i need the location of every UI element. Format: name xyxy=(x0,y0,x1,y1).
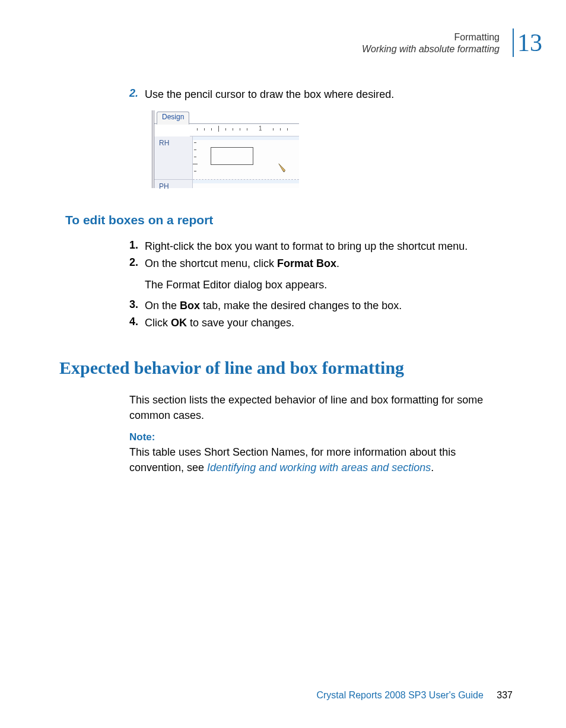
breadcrumb-sub: Working with absolute formatting xyxy=(362,44,500,55)
step-bold: Format Box xyxy=(277,257,336,269)
step-row-1: 1. Right-click the box you want to forma… xyxy=(65,239,513,254)
chapter-badge: 13 xyxy=(513,28,542,57)
step-suffix: . xyxy=(336,257,339,269)
intro-step-row: 2. Use the pencil cursor to draw the box… xyxy=(65,87,513,102)
step-prefix: Click xyxy=(145,317,171,329)
step-prefix: On the shortcut menu, click xyxy=(145,257,277,269)
behavior-intro: This section lists the expected behavior… xyxy=(129,392,513,423)
chapter-number: 13 xyxy=(517,30,542,55)
section-row-ph: PH xyxy=(154,180,299,188)
step-number: 2. xyxy=(129,87,145,102)
step-text: Use the pencil cursor to draw the box wh… xyxy=(145,87,513,102)
page-content: 2. Use the pencil cursor to draw the box… xyxy=(0,55,566,476)
step-number: 2. xyxy=(129,256,145,271)
breadcrumb-top: Formatting xyxy=(362,32,500,43)
design-tab-screenshot: Design 1 RH xyxy=(152,110,299,188)
step-suffix: to save your changes. xyxy=(187,317,294,329)
section-band xyxy=(193,180,299,183)
step-bold: Box xyxy=(180,300,200,311)
section-row-rh: RH xyxy=(154,136,299,180)
drawn-box xyxy=(211,147,253,165)
footer-page-number: 337 xyxy=(497,690,513,700)
note-label: Note: xyxy=(129,431,513,443)
chapter-divider xyxy=(513,28,514,57)
step-suffix: tab, make the desired changes to the box… xyxy=(200,300,402,311)
note-body: This table uses Short Section Names, for… xyxy=(129,444,513,475)
ruler-1-label: 1 xyxy=(259,125,262,132)
step-number: 1. xyxy=(129,239,145,254)
note-suffix: . xyxy=(431,462,434,473)
note-link[interactable]: Identifying and working with areas and s… xyxy=(207,462,431,473)
tab-bar: Design xyxy=(154,110,299,124)
design-tab: Design xyxy=(157,112,189,125)
step-text: Click OK to save your changes. xyxy=(145,316,513,330)
step-prefix: On the xyxy=(145,300,180,311)
section-body-rh xyxy=(193,136,299,180)
section-label-ph: PH xyxy=(154,180,193,188)
section-label-rh: RH xyxy=(154,136,193,180)
header-text-block: Formatting Working with absolute formatt… xyxy=(362,32,500,55)
section-title-expected-behavior: Expected behavior of line and box format… xyxy=(59,358,513,378)
step-row-3: 3. On the Box tab, make the desired chan… xyxy=(65,298,513,313)
footer-guide-title: Crystal Reports 2008 SP3 User's Guide xyxy=(316,690,483,700)
subsection-title-edit-boxes: To edit boxes on a report xyxy=(65,213,513,227)
step-text: Right-click the box you want to format t… xyxy=(145,239,513,254)
section-band xyxy=(193,136,299,140)
page-header: Formatting Working with absolute formatt… xyxy=(0,0,566,55)
step-bold: OK xyxy=(171,317,187,329)
section-body-ph xyxy=(193,180,299,188)
step-row-4: 4. Click OK to save your changes. xyxy=(65,316,513,330)
step-row-2: 2. On the shortcut menu, click Format Bo… xyxy=(65,256,513,271)
pencil-cursor-icon xyxy=(278,163,288,173)
step-number: 4. xyxy=(129,316,145,330)
horizontal-ruler: 1 xyxy=(190,124,299,136)
step-number: 3. xyxy=(129,298,145,313)
step-subtext: The Format Editor dialog box appears. xyxy=(145,278,513,293)
step-text: On the shortcut menu, click Format Box. xyxy=(145,256,513,271)
page-footer: Crystal Reports 2008 SP3 User's Guide 33… xyxy=(0,690,566,701)
step-text: On the Box tab, make the desired changes… xyxy=(145,298,513,313)
